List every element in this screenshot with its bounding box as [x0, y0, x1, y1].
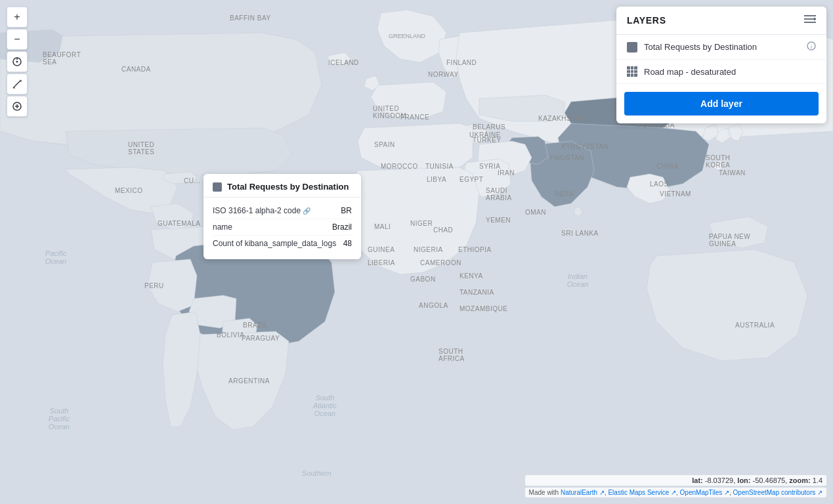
openmaptiles-link[interactable]: OpenMapTiles ↗: [680, 489, 729, 496]
layer-item-total-requests[interactable]: Total Requests by Destination i: [616, 35, 826, 60]
zoom-value: 1.4: [813, 476, 822, 484]
link-icon[interactable]: 🔗: [303, 207, 310, 215]
svg-text:GREENLAND: GREENLAND: [389, 33, 426, 39]
layers-menu-icon[interactable]: [804, 14, 816, 26]
layer-info-icon[interactable]: i: [807, 41, 816, 52]
elastic-maps-link[interactable]: Elastic Maps Service ↗: [608, 489, 676, 496]
tooltip-row-iso: ISO 3166-1 alpha-2 code 🔗 BR: [213, 203, 352, 219]
tooltip-row-name: name Brazil: [213, 219, 352, 236]
tooltip-value-name: Brazil: [332, 222, 352, 232]
svg-text:i: i: [811, 43, 812, 50]
tooltip-header: Total Requests by Destination: [203, 174, 361, 198]
layer-square-icon: [627, 42, 637, 52]
layers-title: LAYERS: [627, 15, 666, 26]
tooltip-value-count: 48: [343, 239, 352, 248]
layer-grid-icon: [627, 66, 637, 77]
tooltip-row-count: Count of kibana_sample_data_logs 48: [213, 236, 352, 251]
coordinates-display: lat: -8.03729, lon: -50.46875, zoom: 1.4: [525, 475, 826, 486]
tooltip-body: ISO 3166-1 alpha-2 code 🔗 BR name Brazil…: [203, 198, 361, 259]
feature-tooltip: Total Requests by Destination ISO 3166-1…: [203, 174, 361, 259]
tooltip-title: Total Requests by Destination: [227, 182, 349, 192]
zoom-out-button[interactable]: −: [7, 29, 28, 50]
layer-item-road-map[interactable]: Road map - desaturated: [616, 60, 826, 84]
svg-line-5: [13, 80, 21, 88]
layer-total-requests-label: Total Requests by Destination: [644, 42, 800, 52]
compass-button[interactable]: [7, 51, 28, 72]
lat-value: -8.03729: [705, 476, 733, 484]
openstreetmap-link[interactable]: OpenStreetMap contributors ↗: [733, 489, 822, 496]
attribution-bar: Made with NaturalEarth ↗, Elastic Maps S…: [525, 488, 826, 497]
tooltip-layer-icon: [213, 182, 222, 192]
tooltip-value-iso: BR: [341, 206, 352, 215]
layers-panel-header: LAYERS: [616, 7, 826, 35]
zoom-label: zoom:: [789, 476, 810, 484]
layer-road-map-label: Road map - desaturated: [644, 67, 816, 77]
measure-button[interactable]: [7, 74, 28, 94]
add-layer-button[interactable]: Add layer: [624, 92, 819, 116]
layers-panel: LAYERS Total Requests by Destination i: [616, 7, 826, 123]
svg-point-3: [16, 61, 18, 63]
tooltip-key-count: Count of kibana_sample_data_logs: [213, 239, 343, 248]
tooltip-key-iso: ISO 3166-1 alpha-2 code 🔗: [213, 206, 341, 215]
status-bar: lat: -8.03729, lon: -50.46875, zoom: 1.4…: [525, 475, 826, 497]
map-toolbar: + −: [7, 7, 28, 117]
lat-label: lat:: [692, 476, 703, 484]
add-layer-toolbar-button[interactable]: [7, 96, 28, 117]
lon-value: -50.46875: [753, 476, 786, 484]
zoom-in-button[interactable]: +: [7, 7, 28, 28]
lon-label: lon:: [737, 476, 750, 484]
naturalearth-link[interactable]: NaturalEarth ↗: [561, 489, 605, 496]
tooltip-key-name: name: [213, 222, 332, 232]
